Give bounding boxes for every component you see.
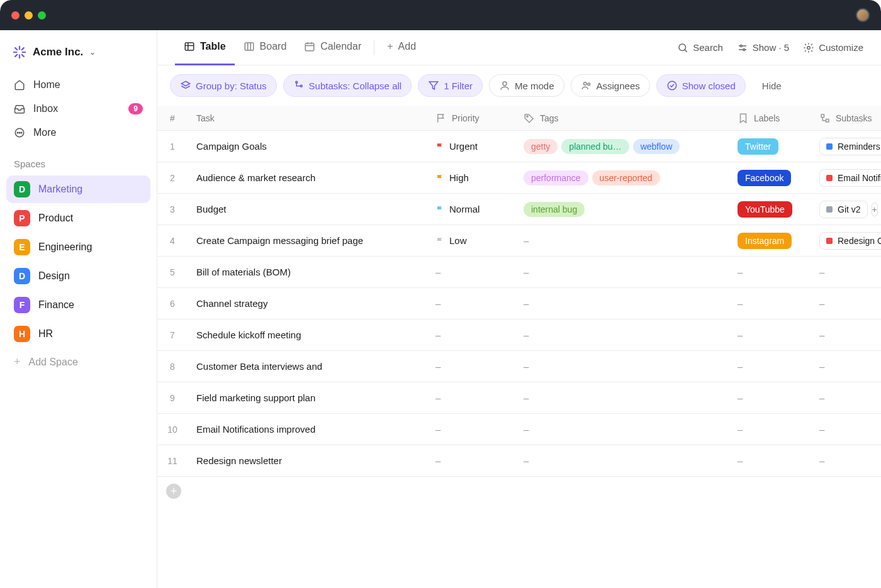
tags-cell[interactable]: –: [515, 424, 729, 435]
tags-cell[interactable]: –: [515, 235, 729, 246]
table-row[interactable]: 1 Campaign Goals Urgent gettyplanned bu……: [157, 131, 881, 162]
priority-cell[interactable]: Low: [427, 235, 515, 246]
tag-chip[interactable]: user-reported: [592, 170, 660, 186]
subtasks-cell[interactable]: –: [811, 267, 881, 277]
tag-chip[interactable]: webflow: [633, 139, 680, 154]
subtasks-cell[interactable]: Reminders for: [811, 138, 881, 155]
label-chip[interactable]: Instagram: [738, 233, 792, 249]
subtasks-cell[interactable]: –: [811, 298, 881, 309]
space-item-hr[interactable]: HHR: [6, 320, 150, 348]
workspace-switcher[interactable]: Acme Inc. ⌄: [0, 36, 157, 70]
user-avatar[interactable]: [856, 8, 870, 22]
table-row[interactable]: 11 Redesign newsletter – – – –: [157, 445, 881, 477]
subtask-chip[interactable]: Reminders for: [819, 138, 881, 155]
subtask-chip[interactable]: Email Notificat: [819, 169, 881, 187]
subtasks-cell[interactable]: –: [811, 361, 881, 372]
space-item-engineering[interactable]: EEngineering: [6, 233, 150, 261]
tab-board[interactable]: Board: [235, 30, 296, 65]
labels-cell[interactable]: –: [729, 361, 811, 372]
col-labels[interactable]: Labels: [729, 113, 811, 124]
filter-filter[interactable]: 1 Filter: [418, 74, 483, 97]
table-row[interactable]: 2 Audience & market research High perfor…: [157, 162, 881, 194]
col-subtasks[interactable]: Subtasks: [811, 113, 881, 124]
tab-calendar[interactable]: Calendar: [295, 30, 370, 65]
tags-cell[interactable]: gettyplanned bu…webflow: [515, 139, 729, 154]
tags-cell[interactable]: internal bug: [515, 202, 729, 217]
space-item-finance[interactable]: FFinance: [6, 291, 150, 319]
filter-me-mode[interactable]: Me mode: [489, 74, 564, 97]
task-name[interactable]: Audience & market research: [188, 172, 427, 183]
window-minimize[interactable]: [25, 11, 33, 19]
labels-cell[interactable]: Facebook: [729, 170, 811, 186]
labels-cell[interactable]: YouTubbe: [729, 201, 811, 218]
space-item-design[interactable]: DDesign: [6, 262, 150, 290]
labels-cell[interactable]: Instagram: [729, 233, 811, 249]
table-row[interactable]: 9 Field marketing support plan – – – –: [157, 382, 881, 414]
tags-cell[interactable]: –: [515, 361, 729, 372]
tag-chip[interactable]: internal bug: [524, 202, 585, 217]
subtask-chip[interactable]: Redesign Chro: [819, 232, 881, 250]
priority-cell[interactable]: Urgent: [427, 141, 515, 152]
priority-cell[interactable]: –: [427, 330, 515, 340]
priority-cell[interactable]: –: [427, 424, 515, 435]
subtask-chip[interactable]: Git v2: [819, 201, 868, 218]
tag-chip[interactable]: planned bu…: [561, 139, 629, 154]
table-row[interactable]: 6 Channel strategy – – – –: [157, 288, 881, 319]
labels-cell[interactable]: –: [729, 298, 811, 309]
tags-cell[interactable]: –: [515, 455, 729, 466]
task-name[interactable]: Schedule kickoff meeting: [188, 330, 427, 340]
filter-group-by[interactable]: Group by: Status: [170, 74, 277, 97]
tab-table[interactable]: Table: [175, 30, 235, 65]
tags-cell[interactable]: –: [515, 330, 729, 340]
col-task[interactable]: Task: [188, 113, 427, 123]
show-button[interactable]: Show · 5: [737, 42, 789, 53]
labels-cell[interactable]: Twitter: [729, 138, 811, 155]
labels-cell[interactable]: –: [729, 455, 811, 466]
search-button[interactable]: Search: [677, 42, 723, 53]
add-subtask-button[interactable]: +: [872, 202, 878, 216]
add-task-button[interactable]: +: [166, 484, 181, 499]
col-tags[interactable]: Tags: [515, 113, 729, 124]
priority-cell[interactable]: –: [427, 267, 515, 277]
space-item-marketing[interactable]: DMarketing: [6, 175, 150, 203]
subtasks-cell[interactable]: –: [811, 455, 881, 466]
priority-cell[interactable]: –: [427, 455, 515, 466]
subtasks-cell[interactable]: Git v2+: [811, 201, 881, 218]
labels-cell[interactable]: –: [729, 392, 811, 403]
table-row[interactable]: 3 Budget Normal internal bug YouTubbe Gi…: [157, 194, 881, 225]
tags-cell[interactable]: –: [515, 267, 729, 277]
table-row[interactable]: 7 Schedule kickoff meeting – – – –: [157, 319, 881, 351]
priority-cell[interactable]: High: [427, 172, 515, 183]
tags-cell[interactable]: –: [515, 298, 729, 309]
tab-add-view[interactable]: + Add: [378, 30, 425, 65]
subtasks-cell[interactable]: –: [811, 392, 881, 403]
table-row[interactable]: 4 Create Campaign messaging brief page L…: [157, 225, 881, 257]
tags-cell[interactable]: –: [515, 392, 729, 403]
col-priority[interactable]: Priority: [427, 113, 515, 124]
nav-inbox[interactable]: Inbox 9: [6, 97, 150, 121]
labels-cell[interactable]: –: [729, 424, 811, 435]
priority-cell[interactable]: Normal: [427, 204, 515, 214]
label-chip[interactable]: YouTubbe: [738, 201, 792, 218]
filter-assignees[interactable]: Assignees: [571, 74, 650, 97]
filter-hide[interactable]: Hide: [752, 75, 792, 97]
space-item-product[interactable]: PProduct: [6, 204, 150, 232]
subtasks-cell[interactable]: –: [811, 424, 881, 435]
window-maximize[interactable]: [38, 11, 46, 19]
labels-cell[interactable]: –: [729, 330, 811, 340]
subtasks-cell[interactable]: Email Notificat: [811, 169, 881, 187]
table-row[interactable]: 10 Email Notifications improved – – – –: [157, 414, 881, 445]
add-space-button[interactable]: + Add Space: [0, 349, 157, 375]
task-name[interactable]: Bill of materials (BOM): [188, 267, 427, 277]
task-name[interactable]: Create Campaign messaging brief page: [188, 235, 427, 246]
label-chip[interactable]: Twitter: [738, 138, 778, 155]
task-name[interactable]: Field marketing support plan: [188, 392, 427, 403]
subtasks-cell[interactable]: –: [811, 330, 881, 340]
task-name[interactable]: Budget: [188, 204, 427, 214]
table-row[interactable]: 5 Bill of materials (BOM) – – – –: [157, 257, 881, 288]
customize-button[interactable]: Customize: [803, 42, 863, 53]
task-name[interactable]: Campaign Goals: [188, 141, 427, 152]
priority-cell[interactable]: –: [427, 361, 515, 372]
filter-subtasks[interactable]: Subtasks: Collapse all: [283, 74, 412, 97]
labels-cell[interactable]: –: [729, 267, 811, 277]
